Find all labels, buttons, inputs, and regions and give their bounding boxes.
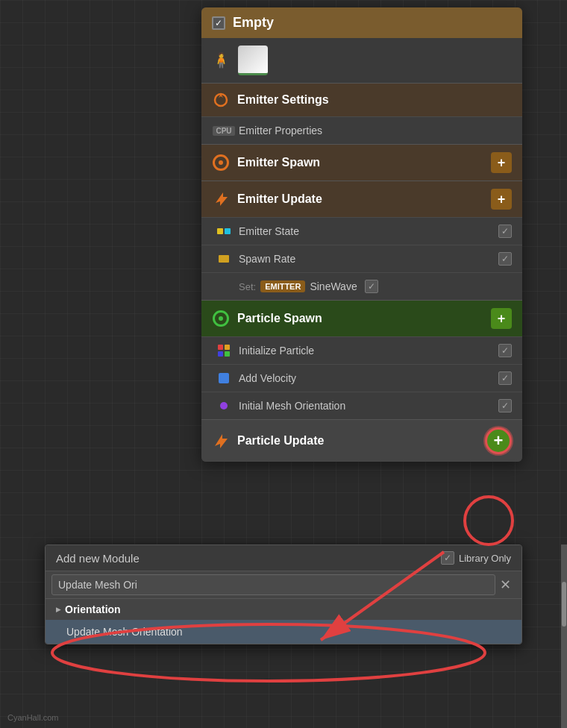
emitter-badge: EMITTER — [260, 280, 305, 292]
initialize-particle-label: Initialize Particle — [239, 345, 491, 357]
emitter-update-section[interactable]: Emitter Update + — [201, 181, 522, 217]
initialize-particle-row[interactable]: Initialize Particle ✓ — [201, 336, 522, 364]
initial-mesh-orientation-label: Initial Mesh Orientation — [239, 400, 491, 412]
emitter-state-row[interactable]: Emitter State ✓ — [201, 217, 522, 245]
emitter-state-label: Emitter State — [239, 225, 491, 237]
module-search-input[interactable] — [51, 574, 495, 595]
emitter-properties-row[interactable]: CPU Emitter Properties — [201, 116, 522, 144]
spawn-rate-row[interactable]: Spawn Rate ✓ — [201, 245, 522, 272]
particle-spawn-label: Particle Spawn — [237, 312, 483, 325]
avatar-row: 🧍 — [201, 38, 522, 83]
set-label: Set: — [239, 281, 256, 292]
watermark: CyanHall.com — [7, 713, 58, 722]
panel-checkbox[interactable]: ✓ — [212, 16, 225, 30]
emitter-spawn-icon — [212, 154, 230, 172]
initialize-particle-icon — [216, 343, 231, 358]
emitter-update-icon — [212, 190, 230, 208]
initial-mesh-checkbox[interactable]: ✓ — [498, 399, 512, 412]
emitter-state-checkbox[interactable]: ✓ — [498, 225, 512, 238]
emitter-settings-section[interactable]: Emitter Settings — [201, 83, 522, 116]
dropdown-list: ▸ Orientation Update Mesh Orientation — [46, 599, 521, 644]
initialize-particle-checkbox[interactable]: ✓ — [498, 344, 512, 357]
emitter-settings-icon — [212, 91, 230, 109]
spawn-rate-icon — [216, 251, 231, 266]
person-icon: 🧍 — [212, 51, 231, 69]
panel-header: ✓ Empty — [201, 7, 522, 38]
scrollbar-track — [561, 545, 567, 728]
emitter-state-icon — [216, 224, 231, 239]
category-chevron-icon: ▸ — [56, 604, 60, 615]
emitter-spawn-label: Emitter Spawn — [237, 156, 483, 169]
sinewave-label: SineWave — [310, 280, 357, 292]
scrollbar-thumb[interactable] — [562, 582, 566, 627]
add-velocity-icon — [216, 371, 231, 386]
set-row-checkbox[interactable]: ✓ — [365, 280, 378, 293]
particle-update-add-button[interactable]: + — [485, 427, 512, 454]
dropdown-title: Add new Module — [56, 552, 433, 565]
add-velocity-row[interactable]: Add Velocity ✓ — [201, 364, 522, 392]
initial-mesh-orientation-row[interactable]: Initial Mesh Orientation ✓ — [201, 392, 522, 419]
search-clear-button[interactable]: ✕ — [495, 577, 516, 593]
emitter-update-add-button[interactable]: + — [491, 189, 512, 210]
svg-point-1 — [465, 497, 513, 545]
particle-update-add-wrapper: + — [485, 427, 512, 454]
emitter-spawn-section[interactable]: Emitter Spawn + — [201, 144, 522, 181]
panel-title: Empty — [233, 15, 274, 31]
particle-spawn-icon — [212, 310, 230, 327]
set-emitter-row[interactable]: Set: EMITTER SineWave ✓ — [201, 272, 522, 300]
emitter-update-label: Emitter Update — [237, 192, 483, 206]
initial-mesh-icon — [216, 398, 231, 413]
emitter-spawn-add-button[interactable]: + — [491, 152, 512, 173]
emitter-settings-label: Emitter Settings — [237, 93, 512, 107]
cpu-icon: CPU — [216, 123, 231, 138]
particle-update-label: Particle Update — [237, 434, 477, 448]
emitter-properties-label: Emitter Properties — [239, 125, 512, 136]
avatar-thumbnail — [238, 46, 268, 75]
add-velocity-checkbox[interactable]: ✓ — [498, 371, 512, 385]
dropdown-header: Add new Module ✓ Library Only — [46, 545, 521, 571]
set-row-icon — [216, 279, 231, 294]
search-row: ✕ — [46, 571, 521, 599]
category-header[interactable]: ▸ Orientation — [46, 599, 521, 620]
library-only-label: Library Only — [459, 553, 511, 564]
set-badge: Set: EMITTER SineWave — [239, 280, 357, 292]
dropdown-result-item[interactable]: Update Mesh Orientation — [46, 620, 521, 644]
main-panel: ✓ Empty 🧍 Emitter Settings CPU Emitter P… — [201, 7, 522, 462]
library-only-checkbox[interactable]: ✓ — [441, 551, 454, 565]
particle-update-icon — [212, 432, 230, 450]
particle-spawn-section[interactable]: Particle Spawn + — [201, 300, 522, 336]
spawn-rate-label: Spawn Rate — [239, 253, 491, 265]
particle-update-section[interactable]: Particle Update + — [201, 419, 522, 462]
dropdown-panel: Add new Module ✓ Library Only ✕ ▸ Orient… — [45, 545, 522, 644]
category-label: Orientation — [65, 603, 121, 615]
particle-spawn-add-button[interactable]: + — [491, 308, 512, 329]
spawn-rate-checkbox[interactable]: ✓ — [498, 252, 512, 266]
library-only-option[interactable]: ✓ Library Only — [441, 551, 511, 565]
add-velocity-label: Add Velocity — [239, 372, 491, 384]
